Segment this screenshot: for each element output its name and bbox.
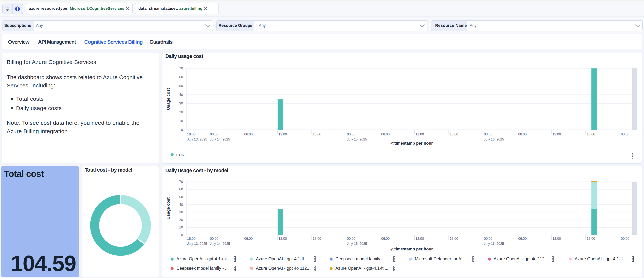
svg-text:50: 50 (179, 195, 183, 199)
svg-text:20: 20 (179, 110, 183, 114)
svg-text:10: 10 (179, 225, 183, 229)
svg-text:12:00: 12:00 (278, 132, 287, 136)
svg-text:18:00: 18:00 (313, 132, 321, 136)
svg-text:@timestamp per hour: @timestamp per hour (390, 247, 433, 251)
svg-text:12:00: 12:00 (416, 132, 424, 136)
svg-text:0: 0 (181, 128, 183, 132)
svg-text:00:00: 00:00 (621, 237, 630, 240)
svg-text:06:00: 06:00 (381, 132, 390, 136)
svg-text:06:00: 06:00 (381, 237, 390, 240)
svg-text:60: 60 (179, 75, 183, 79)
svg-text:00:00: 00:00 (621, 132, 630, 136)
svg-text:40: 40 (179, 93, 183, 97)
svg-text:18:00: 18:00 (587, 237, 595, 240)
svg-text:Azure OpenAI - gpt-4.1-mi...: Azure OpenAI - gpt-4.1-mi... (176, 256, 230, 261)
svg-text:12:00: 12:00 (278, 237, 287, 240)
svg-text:18:00: 18:00 (187, 132, 196, 136)
svg-text:0: 0 (181, 233, 183, 237)
svg-text:Azure OpenAI - gpt-4.1-ft ...: Azure OpenAI - gpt-4.1-ft ... (575, 256, 628, 261)
svg-text:18:00: 18:00 (450, 132, 458, 136)
svg-text:50: 50 (179, 84, 183, 88)
svg-text:10: 10 (179, 119, 183, 123)
svg-text:30: 30 (179, 101, 183, 105)
svg-text:18:00: 18:00 (313, 237, 321, 240)
svg-text:July 13, 2025: July 13, 2025 (187, 242, 207, 245)
svg-text:July 16, 2025: July 16, 2025 (484, 137, 504, 141)
svg-text:Azure OpenAI - gpt 4o 112...: Azure OpenAI - gpt 4o 112... (494, 256, 548, 261)
svg-text:06:00: 06:00 (244, 237, 252, 240)
svg-text:40: 40 (179, 203, 183, 207)
svg-text:@timestamp per hour: @timestamp per hour (390, 141, 433, 146)
svg-text:Azure OpenAI - gpt 4o 112...: Azure OpenAI - gpt 4o 112... (256, 266, 310, 271)
svg-text:60: 60 (179, 187, 183, 191)
svg-text:00:00: 00:00 (210, 132, 218, 136)
svg-text:00:00: 00:00 (484, 237, 492, 240)
svg-text:12:00: 12:00 (416, 237, 424, 240)
svg-text:70: 70 (179, 180, 183, 184)
svg-text:July 16, 2025: July 16, 2025 (484, 242, 504, 245)
svg-text:July 13, 2025: July 13, 2025 (187, 137, 207, 141)
svg-text:00:00: 00:00 (347, 132, 356, 136)
svg-text:70: 70 (179, 67, 183, 70)
svg-text:18:00: 18:00 (450, 237, 458, 240)
svg-text:12:00: 12:00 (552, 132, 561, 136)
svg-text:18:00: 18:00 (187, 237, 196, 240)
svg-text:12:00: 12:00 (552, 237, 561, 240)
svg-text:18:00: 18:00 (587, 132, 595, 136)
svg-text:20: 20 (179, 218, 183, 222)
svg-text:06:00: 06:00 (518, 132, 526, 136)
svg-text:July 15, 2025: July 15, 2025 (347, 242, 367, 245)
svg-text:Azure OpenAI - gpt-4.1-ft ...: Azure OpenAI - gpt-4.1-ft ... (256, 256, 309, 261)
svg-text:30: 30 (179, 210, 183, 214)
svg-text:Microsoft Defender for AI ...: Microsoft Defender for AI ... (415, 256, 467, 261)
svg-text:July 14, 2025: July 14, 2025 (210, 242, 230, 245)
svg-text:Usage cost: Usage cost (166, 88, 170, 110)
svg-text:00:00: 00:00 (484, 132, 492, 136)
svg-text:July 15, 2025: July 15, 2025 (347, 137, 367, 141)
svg-text:Deepseek model family - ...: Deepseek model family - ... (336, 256, 388, 261)
svg-text:EUR: EUR (176, 153, 184, 157)
svg-text:06:00: 06:00 (518, 237, 526, 240)
svg-text:Usage cost: Usage cost (166, 197, 170, 219)
svg-text:06:00: 06:00 (244, 132, 252, 136)
svg-text:Deepseek model family - ...: Deepseek model family - ... (176, 266, 229, 271)
svg-text:Azure OpenAI - gpt-4.1-ft ...: Azure OpenAI - gpt-4.1-ft ... (336, 266, 388, 271)
svg-text:July 14, 2025: July 14, 2025 (210, 137, 230, 141)
svg-text:00:00: 00:00 (210, 237, 218, 240)
svg-text:00:00: 00:00 (347, 237, 356, 240)
